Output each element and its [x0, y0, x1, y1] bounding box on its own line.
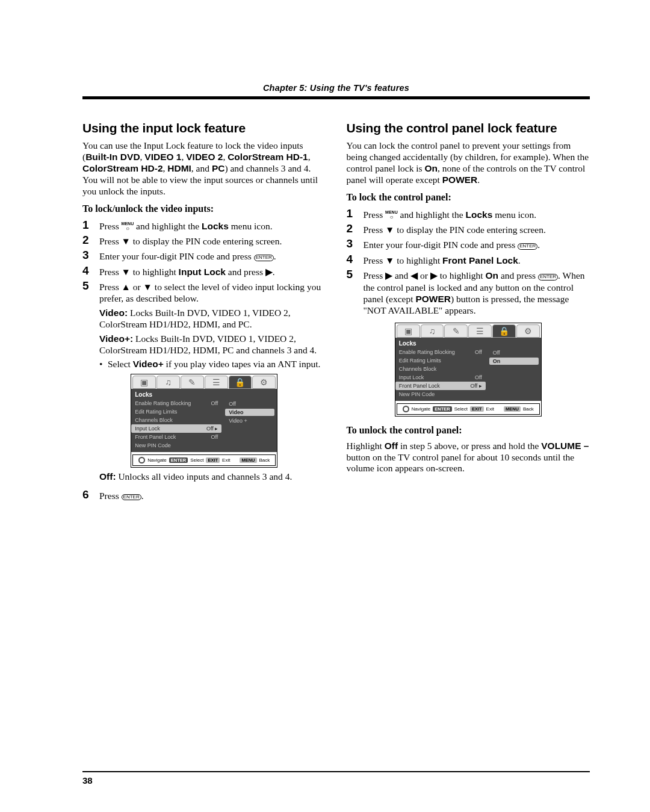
input-built-in-dvd: Built-In DVD — [85, 152, 140, 162]
osd-tab-audio-icon: ♫ — [156, 376, 180, 389]
on-option-label: On — [486, 270, 499, 280]
osd-option-list: Off Video Video + — [221, 399, 277, 450]
osd-tab-preferences-icon: ⚙ — [252, 376, 276, 389]
osd-tabs: ▣ ♫ ✎ ☰ 🔒 ⚙ — [131, 374, 277, 389]
exit-key-icon: EXIT — [206, 457, 220, 463]
step6-a: Press — [99, 491, 122, 501]
subhead-unlock-panel: To unlock the control panel: — [347, 425, 590, 436]
enter-button-icon: ENTER — [122, 494, 141, 501]
right-column: Using the control panel lock feature You… — [347, 121, 590, 504]
step-number-6: 6 — [82, 489, 99, 501]
osd-row-channels-block: Channels Block — [395, 365, 486, 373]
osd-row-front-panel: Front Panel LockOff — [131, 433, 221, 441]
front-panel-lock-label: Front Panel Lock — [442, 255, 518, 265]
step1-b: and highlight the — [134, 221, 202, 231]
section-title-panel-lock: Using the control panel lock feature — [347, 121, 590, 135]
osd-footer: Navigate ENTER Select EXIT Exit MENU Bac… — [397, 403, 540, 415]
page-number: 38 — [82, 775, 93, 786]
osd-option-videoplus: Video + — [225, 417, 274, 424]
off-description: Off: Unlocks all video inputs and channe… — [99, 471, 326, 483]
step-number-4: 4 — [82, 265, 99, 277]
osd-tab-picture-icon: ▣ — [132, 376, 156, 389]
rstep-number-5: 5 — [347, 268, 364, 317]
osd-menu-input-lock: ▣ ♫ ✎ ☰ 🔒 ⚙ Locks Enable Rating Blocking… — [131, 374, 277, 468]
menu-button-icon: MENU○ — [122, 222, 134, 232]
videoplus-bullet: Select Video+ if you play video tapes vi… — [108, 358, 320, 370]
step1-c: menu icon. — [229, 221, 273, 231]
osd-tab-preferences-icon: ⚙ — [516, 324, 540, 338]
unlock-panel-text: Highlight Off in step 5 above, or press … — [347, 441, 590, 475]
step3-b: . — [274, 251, 276, 261]
input-video2: VIDEO 2 — [186, 152, 223, 162]
input-cs-hd1: ColorStream HD-1 — [228, 152, 308, 162]
rstep-4-text: Press ▼ to highlight Front Panel Lock. — [364, 253, 590, 266]
step6-b: . — [141, 491, 144, 501]
osd-tab-applications-icon: ☰ — [205, 376, 228, 389]
off-label: Off: — [99, 471, 116, 482]
power-label-inline: POWER — [415, 294, 451, 304]
osd-row-enable-rating: Enable Rating BlockingOff — [131, 399, 221, 408]
osd-title: Locks — [131, 390, 277, 399]
step-2-text: Press ▼ to display the PIN code entering… — [99, 234, 326, 247]
osd-row-input-lock: Input LockOff — [395, 373, 486, 382]
left-column: Using the input lock feature You can use… — [82, 121, 326, 504]
panel-lock-intro: You can lock the control panel to preven… — [347, 140, 590, 186]
osd-tab-locks-icon: 🔒 — [229, 376, 252, 389]
osd-tab-setup-icon: ✎ — [181, 376, 204, 389]
enter-button-icon: ENTER — [538, 274, 558, 280]
power-label: POWER — [442, 175, 478, 185]
bullet-icon: • — [99, 358, 108, 370]
osd-tab-applications-icon: ☰ — [468, 324, 492, 338]
rstep-number-4: 4 — [347, 253, 364, 266]
enter-button-icon: ENTER — [518, 243, 537, 250]
osd-option-off: Off — [225, 400, 274, 408]
enter-button-icon: ENTER — [254, 255, 274, 261]
osd-title: Locks — [395, 339, 541, 348]
step3-a: Enter your four-digit PIN code and press — [99, 251, 254, 261]
osd-tab-audio-icon: ♫ — [421, 324, 444, 338]
footer-back: Back — [523, 406, 534, 412]
osd-tabs: ▣ ♫ ✎ ☰ 🔒 ⚙ — [395, 323, 541, 338]
osd-tab-locks-icon: 🔒 — [492, 324, 516, 338]
osd-row-input-lock: Input LockOff ▸ — [131, 424, 221, 433]
subhead-lock-panel: To lock the control panel: — [347, 192, 590, 203]
osd-row-edit-rating: Edit Rating Limits — [395, 356, 486, 365]
step1-a: Press — [99, 221, 122, 231]
rstep-number-1: 1 — [347, 208, 364, 220]
video-option-label: Video: — [99, 308, 128, 318]
chapter-header: Chapter 5: Using the TV's features — [82, 83, 590, 93]
osd-row-new-pin: New PIN Code — [395, 390, 486, 398]
navigate-ring-icon — [403, 406, 409, 412]
menu-key-icon: MENU — [504, 406, 521, 412]
section-title-input-lock: Using the input lock feature — [82, 121, 326, 135]
subhead-lock-unlock: To lock/unlock the video inputs: — [82, 203, 326, 214]
rstep-1-text: Press MENU○ and highlight the Locks menu… — [364, 208, 590, 220]
off-option-label: Off — [385, 441, 398, 451]
rstep-number-3: 3 — [347, 238, 364, 250]
footer-exit: Exit — [486, 406, 494, 412]
footer-navigate: Navigate — [412, 406, 431, 412]
rstep-5-text: Press ▶ and ◀ or ▶ to highlight On and p… — [364, 268, 590, 317]
navigate-ring-icon — [138, 457, 145, 463]
locks-menu-label: Locks — [202, 221, 229, 231]
step-3-text: Enter your four-digit PIN code and press… — [99, 249, 326, 262]
osd-row-edit-rating: Edit Rating Limits — [131, 408, 221, 416]
rstep-number-2: 2 — [347, 223, 364, 235]
menu-key-icon: MENU — [240, 457, 256, 463]
osd-footer: Navigate ENTER Select EXIT Exit MENU Bac… — [132, 454, 276, 466]
footer-navigate: Navigate — [147, 457, 167, 463]
videoplus-option-label: Video+: — [99, 333, 133, 344]
step-1-text: Press MENU○ and highlight the Locks menu… — [99, 219, 326, 232]
input-lock-label: Input Lock — [179, 267, 226, 277]
footer-select: Select — [190, 457, 203, 463]
osd-menu-front-panel-lock: ▣ ♫ ✎ ☰ 🔒 ⚙ Locks Enable Rating Blocking… — [395, 323, 542, 417]
footer-exit: Exit — [222, 457, 230, 463]
input-lock-intro: You can use the Input Lock feature to lo… — [82, 140, 326, 197]
on-label: On — [425, 163, 438, 173]
footer-select: Select — [454, 406, 468, 412]
osd-option-video: Video — [225, 409, 274, 416]
input-pc: PC — [212, 163, 225, 173]
step-4-text: Press ▼ to highlight Input Lock and pres… — [99, 265, 326, 277]
osd-row-list: Enable Rating BlockingOff Edit Rating Li… — [131, 399, 221, 450]
menu-button-icon: MENU○ — [385, 210, 398, 220]
